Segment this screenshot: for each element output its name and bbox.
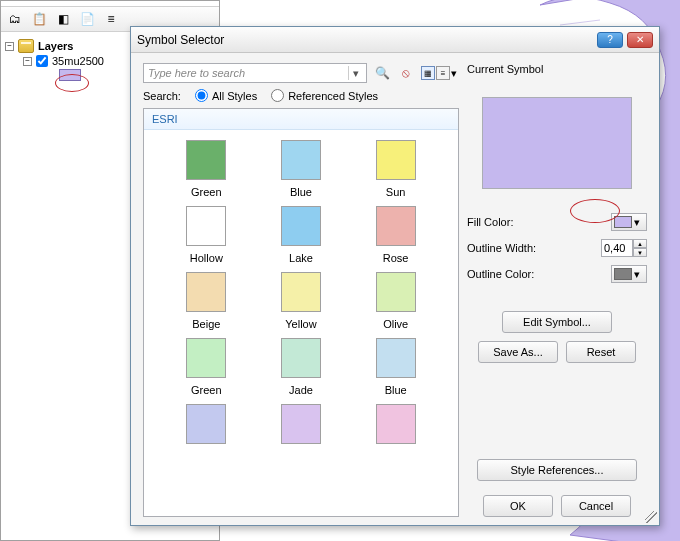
spin-up-icon[interactable]: ▲: [633, 239, 647, 248]
swatch-item[interactable]: Green: [162, 338, 251, 396]
category-header[interactable]: ESRI: [144, 109, 458, 130]
help-button[interactable]: ?: [597, 32, 623, 48]
swatch-label: Hollow: [190, 252, 223, 264]
symbol-selector-dialog: Symbol Selector ? ✕ Type here to search …: [130, 26, 660, 526]
spin-down-icon[interactable]: ▼: [633, 248, 647, 257]
outline-width-label: Outline Width:: [467, 242, 595, 254]
cancel-button[interactable]: Cancel: [561, 495, 631, 517]
swatch-item[interactable]: Blue: [351, 338, 440, 396]
toc-list-by-source-icon[interactable]: 📋: [30, 10, 48, 28]
fill-color-label: Fill Color:: [467, 216, 605, 228]
fill-color-chip: [614, 216, 632, 228]
swatch-color: [281, 206, 321, 246]
swatch-color: [186, 404, 226, 444]
titlebar[interactable]: Symbol Selector ? ✕: [131, 27, 659, 53]
toc-list-by-selection-icon[interactable]: 📄: [78, 10, 96, 28]
swatch-color: [281, 338, 321, 378]
swatch-label: Green: [191, 384, 222, 396]
search-label: Search:: [143, 90, 181, 102]
swatch-label: Rose: [383, 252, 409, 264]
swatch-color: [376, 338, 416, 378]
swatch-label: Beige: [192, 318, 220, 330]
swatch-label: Blue: [290, 186, 312, 198]
swatch-color: [376, 404, 416, 444]
swatch-label: Jade: [289, 384, 313, 396]
swatch-label: Blue: [385, 384, 407, 396]
close-button[interactable]: ✕: [627, 32, 653, 48]
layer-name: 35mu2500: [52, 55, 104, 67]
swatch-item[interactable]: Hollow: [162, 206, 251, 264]
layers-label: Layers: [38, 40, 73, 52]
current-symbol-label: Current Symbol: [467, 63, 647, 75]
symbol-list: ESRI GreenBlueSunHollowLakeRoseBeigeYell…: [143, 108, 459, 517]
chevron-down-icon: ▾: [634, 268, 640, 281]
swatch-label: Olive: [383, 318, 408, 330]
grid-view-icon[interactable]: ▦: [421, 66, 435, 80]
expander-minus-icon[interactable]: −: [23, 57, 32, 66]
ok-button[interactable]: OK: [483, 495, 553, 517]
swatch-item[interactable]: Rose: [351, 206, 440, 264]
swatch-color: [376, 272, 416, 312]
clear-search-icon[interactable]: ⦸: [397, 64, 415, 82]
radio-all-styles[interactable]: All Styles: [195, 89, 257, 102]
save-as-button[interactable]: Save As...: [478, 341, 558, 363]
layer-visibility-checkbox[interactable]: [36, 55, 48, 67]
swatch-label: Lake: [289, 252, 313, 264]
layers-icon: [18, 39, 34, 53]
radio-referenced-styles[interactable]: Referenced Styles: [271, 89, 378, 102]
swatch-item[interactable]: Beige: [162, 272, 251, 330]
swatch-color: [186, 338, 226, 378]
chevron-down-icon: ▾: [634, 216, 640, 229]
swatch-item[interactable]: [351, 404, 440, 450]
swatch-label: Sun: [386, 186, 406, 198]
swatch-item[interactable]: [257, 404, 346, 450]
toc-list-by-visibility-icon[interactable]: ◧: [54, 10, 72, 28]
swatch-item[interactable]: Jade: [257, 338, 346, 396]
swatch-item[interactable]: Green: [162, 140, 251, 198]
swatch-color: [376, 140, 416, 180]
layer-symbol-swatch[interactable]: [59, 69, 81, 81]
swatch-color: [186, 272, 226, 312]
swatch-color: [281, 272, 321, 312]
swatch-color: [376, 206, 416, 246]
outline-color-picker[interactable]: ▾: [611, 265, 647, 283]
resize-grip[interactable]: [645, 511, 657, 523]
search-input[interactable]: Type here to search ▾: [143, 63, 367, 83]
fill-color-picker[interactable]: ▾: [611, 213, 647, 231]
search-placeholder: Type here to search: [148, 67, 245, 79]
swatch-color: [281, 140, 321, 180]
outline-color-label: Outline Color:: [467, 268, 605, 280]
swatch-scroll-area[interactable]: GreenBlueSunHollowLakeRoseBeigeYellowOli…: [144, 130, 458, 516]
swatch-item[interactable]: Lake: [257, 206, 346, 264]
swatch-item[interactable]: Yellow: [257, 272, 346, 330]
outline-width-field[interactable]: [601, 239, 633, 257]
swatch-color: [186, 140, 226, 180]
swatch-label: Yellow: [285, 318, 316, 330]
search-icon[interactable]: 🔍: [373, 64, 391, 82]
reset-button[interactable]: Reset: [566, 341, 636, 363]
swatch-item[interactable]: Blue: [257, 140, 346, 198]
chevron-down-icon[interactable]: ▾: [348, 66, 362, 80]
swatch-item[interactable]: Sun: [351, 140, 440, 198]
edit-symbol-button[interactable]: Edit Symbol...: [502, 311, 612, 333]
toc-options-icon[interactable]: ≡: [102, 10, 120, 28]
swatch-color: [281, 404, 321, 444]
swatch-item[interactable]: Olive: [351, 272, 440, 330]
outline-color-chip: [614, 268, 632, 280]
list-view-icon[interactable]: ≡: [436, 66, 450, 80]
swatch-item[interactable]: [162, 404, 251, 450]
current-symbol-preview: [482, 97, 632, 189]
swatch-label: Green: [191, 186, 222, 198]
toc-list-by-drawing-icon[interactable]: 🗂: [6, 10, 24, 28]
dialog-title: Symbol Selector: [137, 33, 224, 47]
outline-width-stepper[interactable]: ▲▼: [601, 239, 647, 257]
style-references-button[interactable]: Style References...: [477, 459, 637, 481]
expander-minus-icon[interactable]: −: [5, 42, 14, 51]
swatch-color: [186, 206, 226, 246]
